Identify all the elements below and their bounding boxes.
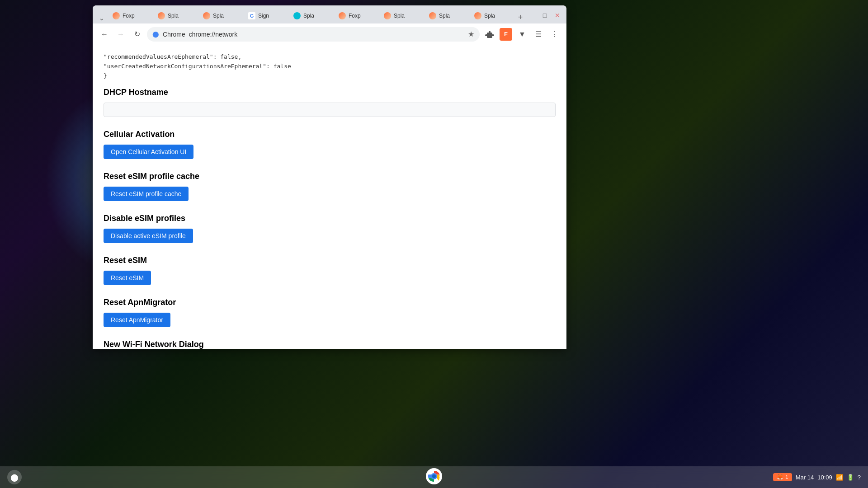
dhcp-section: DHCP Hostname — [104, 88, 556, 126]
tab-favicon-3 — [203, 12, 210, 19]
tab-2[interactable]: Spla — [154, 8, 199, 23]
tab-favicon-9 — [474, 12, 481, 19]
extensions-icon[interactable]: F — [500, 28, 512, 41]
taskbar-left: ⬤ — [7, 470, 22, 484]
minimize-button[interactable]: – — [527, 10, 538, 21]
tab-list-button[interactable]: ⌄ — [96, 13, 107, 23]
battery-icon[interactable]: 🔋 — [847, 474, 854, 481]
tab-8[interactable]: Spla — [425, 8, 471, 23]
window-controls: – □ ✕ — [527, 10, 563, 23]
extensions-button[interactable] — [483, 28, 496, 41]
url-bar: ← → ↻ ⬤ Chrome ★ F ▼ ☰ ⋮ — [93, 23, 566, 45]
notification-badge[interactable]: 🦊 1 — [773, 473, 792, 481]
tab-4[interactable]: G Sign — [245, 8, 290, 23]
bookmark-star-icon[interactable]: ★ — [468, 30, 474, 38]
json-block: "recommendedValuesAreEphemeral": false, … — [104, 52, 556, 80]
tab-1[interactable]: Foxp — [109, 8, 154, 23]
svg-point-3 — [432, 474, 436, 478]
question-icon[interactable]: ? — [858, 474, 861, 481]
tab-favicon-7 — [384, 12, 391, 19]
browser-name: Chrome — [163, 31, 185, 38]
launcher-button[interactable]: ⬤ — [7, 470, 22, 484]
tab-title-8: Spla — [439, 13, 467, 19]
reset-apn-button[interactable]: Reset ApnMigrator — [104, 313, 170, 327]
json-line-2: "userCreatedNetworkConfigurationsAreEphe… — [104, 62, 556, 71]
dhcp-hostname-title: DHCP Hostname — [104, 88, 556, 97]
url-input-container[interactable]: ⬤ Chrome ★ — [147, 27, 480, 42]
reset-esim-section: Reset eSIM Reset eSIM — [104, 256, 556, 294]
tab-favicon-1 — [113, 12, 120, 19]
wifi-icon[interactable]: 📶 — [836, 474, 843, 481]
tab-5[interactable]: Spla — [290, 8, 335, 23]
reset-esim-button[interactable]: Reset eSIM — [104, 271, 151, 285]
back-button[interactable]: ← — [98, 28, 111, 41]
chrome-taskbar-icon[interactable] — [426, 468, 442, 484]
page-content[interactable]: "recommendedValuesAreEphemeral": false, … — [93, 45, 566, 349]
wifi-dialog-section: New Wi-Fi Network Dialog Show 'Add new W… — [104, 340, 556, 349]
cellular-activation-title: Cellular Activation — [104, 130, 556, 139]
tab-title-7: Spla — [394, 13, 422, 19]
tab-favicon-6 — [339, 12, 346, 19]
tab-favicon-8 — [429, 12, 436, 19]
close-button[interactable]: ✕ — [552, 10, 563, 21]
date-display: Mar 14 — [796, 474, 814, 481]
cellular-activation-section: Cellular Activation Open Cellular Activa… — [104, 130, 556, 168]
reset-apn-title: Reset ApnMigrator — [104, 298, 556, 307]
chrome-url-icon: ⬤ — [152, 31, 159, 38]
toolbar-icons: F ▼ ☰ ⋮ — [483, 28, 561, 41]
tab-7[interactable]: Spla — [380, 8, 425, 23]
content-inner: "recommendedValuesAreEphemeral": false, … — [93, 45, 566, 349]
maximize-button[interactable]: □ — [539, 10, 550, 21]
reload-button[interactable]: ↻ — [131, 28, 143, 41]
disable-esim-button[interactable]: Disable active eSIM profile — [104, 229, 193, 243]
sidebar-toggle[interactable]: ☰ — [532, 28, 545, 41]
tab-title-3: Spla — [213, 13, 241, 19]
tab-bar: ⌄ Foxp Spla Spla G Sign — [93, 5, 566, 23]
tab-6[interactable]: Foxp — [335, 8, 380, 23]
tab-favicon-2 — [158, 12, 165, 19]
menu-button[interactable]: ⋮ — [548, 28, 561, 41]
tab-title-4: Sign — [258, 13, 286, 19]
tab-title-6: Foxp — [349, 13, 377, 19]
reset-esim-title: Reset eSIM — [104, 256, 556, 265]
tab-bar-nav: ⌄ — [96, 13, 107, 23]
url-input[interactable] — [189, 31, 464, 38]
taskbar-center — [426, 468, 442, 486]
dhcp-hostname-input[interactable] — [104, 103, 556, 117]
badge-label: 1 — [785, 474, 788, 480]
json-line-1: "recommendedValuesAreEphemeral": false, — [104, 52, 556, 62]
tab-9[interactable]: Spla — [471, 8, 512, 23]
open-cellular-activation-button[interactable]: Open Cellular Activation UI — [104, 145, 193, 159]
reset-apn-section: Reset ApnMigrator Reset ApnMigrator — [104, 298, 556, 336]
new-tab-button[interactable]: + — [514, 11, 527, 23]
tab-title-5: Spla — [303, 13, 331, 19]
tab-title-1: Foxp — [123, 13, 151, 19]
disable-esim-title: Disable eSIM profiles — [104, 214, 556, 223]
tab-title-9: Spla — [484, 13, 512, 19]
tabs-container: Foxp Spla Spla G Sign Spla — [109, 8, 512, 23]
reset-esim-cache-section: Reset eSIM profile cache Reset eSIM prof… — [104, 172, 556, 210]
time-display: 10:09 — [817, 474, 832, 481]
puzzle-icon[interactable]: ▼ — [516, 28, 528, 41]
wifi-dialog-title: New Wi-Fi Network Dialog — [104, 340, 556, 349]
tab-title-2: Spla — [168, 13, 196, 19]
badge-icon: 🦊 — [777, 474, 783, 480]
system-tray: 🦊 1 Mar 14 10:09 📶 🔋 ? — [773, 473, 861, 481]
browser-window: ⌄ Foxp Spla Spla G Sign — [93, 5, 566, 349]
reset-esim-cache-title: Reset eSIM profile cache — [104, 172, 556, 181]
disable-esim-section: Disable eSIM profiles Disable active eSI… — [104, 214, 556, 252]
reset-esim-cache-button[interactable]: Reset eSIM profile cache — [104, 187, 189, 201]
json-line-3: } — [104, 71, 556, 81]
forward-button[interactable]: → — [114, 28, 127, 41]
tab-favicon-4: G — [248, 12, 255, 19]
tab-favicon-5 — [293, 12, 301, 19]
taskbar: ⬤ 🦊 1 Mar 14 10:09 📶 🔋 ? — [0, 466, 868, 488]
tab-3[interactable]: Spla — [199, 8, 245, 23]
